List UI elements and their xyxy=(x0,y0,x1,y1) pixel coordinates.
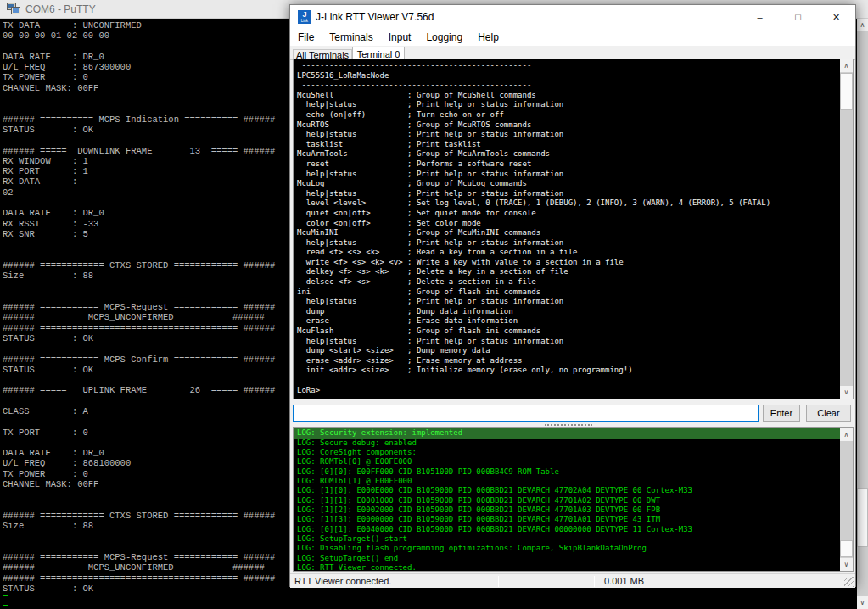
log-selected-line[interactable]: LOG: Security extension: implemented xyxy=(294,428,841,439)
putty-scroll-down-icon[interactable]: ∨ xyxy=(857,596,868,609)
rtt-log-panel: LOG: Security extension: implemented LOG… xyxy=(293,427,854,572)
putty-app-icon xyxy=(7,3,21,15)
putty-cursor xyxy=(3,595,8,606)
rtt-terminal-scrollbar[interactable]: ∧ ∨ xyxy=(840,59,853,399)
enter-button[interactable]: Enter xyxy=(763,405,800,422)
data-size-indicator: 0.001 MB xyxy=(604,576,644,586)
rtt-window-title: J-Link RTT Viewer V7.56d xyxy=(316,11,434,23)
rtt-log-scrollbar[interactable]: ∧ ∨ xyxy=(840,428,853,571)
connection-status: RTT Viewer connected. xyxy=(294,576,391,586)
log-scroll-up-icon[interactable]: ∧ xyxy=(840,428,853,441)
clear-button[interactable]: Clear xyxy=(806,405,851,422)
terminal-scroll-up-icon[interactable]: ∧ xyxy=(840,59,853,72)
rtt-statusbar: RTT Viewer connected. 0.001 MB xyxy=(290,573,855,588)
putty-scrollbar-thumb[interactable] xyxy=(857,488,868,547)
rtt-terminal-output: ----------------------------------------… xyxy=(297,61,770,395)
jlink-app-icon: JLink xyxy=(298,10,311,24)
menu-file[interactable]: File xyxy=(290,29,322,46)
terminal-scroll-down-icon[interactable]: ∨ xyxy=(840,386,853,399)
resize-grip[interactable] xyxy=(844,577,854,587)
menu-terminals[interactable]: Terminals xyxy=(322,29,380,46)
menu-logging[interactable]: Logging xyxy=(418,29,470,46)
putty-scroll-up-icon[interactable]: ∧ xyxy=(857,19,868,31)
status-separator xyxy=(498,576,499,587)
terminal-scrollbar-thumb[interactable] xyxy=(840,73,853,110)
putty-window-title: COM6 - PuTTY xyxy=(25,3,96,15)
menu-input[interactable]: Input xyxy=(381,29,419,46)
rtt-log-output: LOG: Secure debug: enabled LOG: CoreSigh… xyxy=(297,439,692,573)
status-separator xyxy=(594,576,595,587)
menu-help[interactable]: Help xyxy=(470,29,507,46)
log-scrollbar-thumb[interactable] xyxy=(840,540,853,557)
putty-scrollbar[interactable]: ∧ ∨ xyxy=(857,19,868,609)
log-scroll-down-icon[interactable]: ∨ xyxy=(840,558,853,571)
minimize-button[interactable]: – xyxy=(741,5,779,29)
maximize-button[interactable]: □ xyxy=(779,5,817,29)
putty-terminal-output: TX DATA : UNCONFIRMED 00 00 00 01 02 00 … xyxy=(3,20,275,594)
close-button[interactable]: ✕ xyxy=(817,5,855,29)
rtt-terminal-panel: ----------------------------------------… xyxy=(293,59,854,399)
rtt-viewer-window: JLink J-Link RTT Viewer V7.56d – □ ✕ Fil… xyxy=(289,4,856,587)
rtt-menubar: File Terminals Input Logging Help xyxy=(290,29,855,46)
command-input[interactable] xyxy=(293,405,759,422)
rtt-titlebar: JLink J-Link RTT Viewer V7.56d – □ ✕ xyxy=(290,5,855,29)
